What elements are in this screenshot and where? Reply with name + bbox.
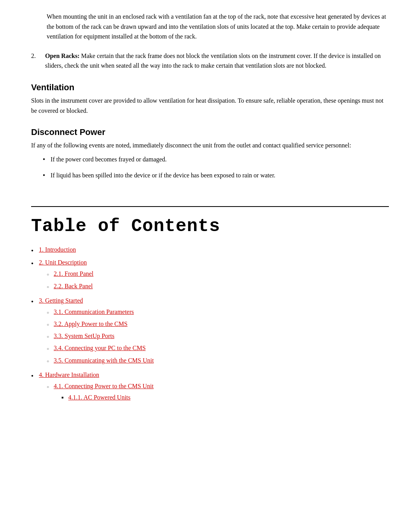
sub-bullet-icon: ○ — [47, 345, 49, 352]
toc-sub-list-2: ○2.1. Front Panel○2.2. Back Panel — [39, 268, 93, 293]
toc-title: Table of Contents — [31, 216, 389, 236]
toc-sub-list-3: ○3.1. Communication Parameters○3.2. Appl… — [39, 307, 154, 367]
sub-bullet-icon: ○ — [47, 309, 49, 316]
intro-paragraph: When mounting the unit in an enclosed ra… — [31, 12, 389, 42]
toc-bullet-4: ● — [31, 372, 33, 379]
toc-sub-link-3-3[interactable]: 3.3. System SetUp Ports — [54, 331, 114, 341]
toc-sub-item-3-2: ○3.2. Apply Power to the CMS — [47, 319, 154, 329]
disconnect-bullets: If the power cord becomes frayed or dama… — [31, 154, 389, 180]
toc-item-4: ●4. Hardware Installation○4.1. Connectin… — [31, 370, 389, 406]
sub-bullet-icon: ○ — [47, 284, 49, 290]
disconnect-power-body: If any of the following events are noted… — [31, 140, 389, 151]
sub-sub-bullet-icon: ■ — [61, 395, 63, 401]
toc-sub-link-3-5[interactable]: 3.5. Communicating with the CMS Unit — [54, 355, 154, 366]
numbered-item-open-racks: 2. Open Racks: Make certain that the rac… — [31, 51, 389, 71]
ventilation-body: Slots in the instrument cover are provid… — [31, 96, 389, 116]
toc-sub-sub-link[interactable]: 4.1.1. AC Powered Units — [68, 392, 131, 403]
toc-sub-link-3-2[interactable]: 3.2. Apply Power to the CMS — [54, 319, 128, 329]
bullet-text-1: If the power cord becomes frayed or dama… — [51, 154, 167, 165]
disconnect-bullet-1: If the power cord becomes frayed or dama… — [43, 154, 389, 165]
toc-sub-sub-item: ■4.1.1. AC Powered Units — [61, 392, 154, 403]
item-content: Open Racks: Make certain that the rack f… — [45, 51, 389, 71]
toc-sub-item-3-4: ○3.4. Connecting your PC to the CMS — [47, 343, 154, 353]
disconnect-bullet-2: If liquid has been spilled into the devi… — [43, 170, 389, 180]
disconnect-power-heading: Disconnect Power — [31, 127, 389, 137]
toc-item-2: ●2. Unit Description○2.1. Front Panel○2.… — [31, 257, 389, 293]
toc-sub-item-3-1: ○3.1. Communication Parameters — [47, 307, 154, 317]
toc-link-4[interactable]: 4. Hardware Installation — [39, 370, 154, 380]
item-bold-label: Open Racks: — [45, 53, 79, 59]
sub-bullet-icon: ○ — [47, 358, 49, 364]
page: When mounting the unit in an enclosed ra… — [0, 0, 420, 424]
toc-link-3[interactable]: 3. Getting Started — [39, 295, 154, 306]
toc-sub-link-2-2[interactable]: 2.2. Back Panel — [54, 281, 93, 291]
toc-list: ●1. Introduction●2. Unit Description○2.1… — [31, 244, 389, 406]
toc-sub-sub-list: ■4.1.1. AC Powered Units — [54, 392, 154, 404]
toc-sub-item-2-2: ○2.2. Back Panel — [47, 281, 93, 291]
toc-sub-link-3-4[interactable]: 3.4. Connecting your PC to the CMS — [54, 343, 145, 353]
sub-bullet-icon: ○ — [47, 384, 49, 390]
item-number: 2. — [31, 51, 45, 71]
toc-section: Table of Contents ●1. Introduction●2. Un… — [31, 207, 389, 406]
toc-sub-link-4-1[interactable]: 4.1. Connecting Power to the CMS Unit — [54, 381, 154, 391]
item-text: Make certain that the rack frame does no… — [45, 53, 381, 69]
toc-bullet-3: ● — [31, 298, 33, 305]
toc-bullet-2: ● — [31, 260, 33, 266]
toc-sub-list-4: ○4.1. Connecting Power to the CMS Unit■4… — [39, 381, 154, 406]
toc-sub-item-4-1: ○4.1. Connecting Power to the CMS Unit■4… — [47, 381, 154, 404]
toc-sub-item-2-1: ○2.1. Front Panel — [47, 268, 93, 279]
toc-bullet-1: ● — [31, 247, 33, 254]
sub-bullet-icon: ○ — [47, 321, 49, 328]
sub-bullet-icon: ○ — [47, 333, 49, 340]
toc-item-3: ●3. Getting Started○3.1. Communication P… — [31, 295, 389, 367]
ventilation-heading: Ventilation — [31, 82, 389, 93]
bullet-text-2: If liquid has been spilled into the devi… — [51, 170, 275, 180]
upper-section: When mounting the unit in an enclosed ra… — [31, 12, 389, 194]
toc-sub-link-2-1[interactable]: 2.1. Front Panel — [54, 268, 93, 279]
toc-item-1: ●1. Introduction — [31, 244, 389, 255]
sub-bullet-icon: ○ — [47, 271, 49, 278]
toc-link-1[interactable]: 1. Introduction — [39, 244, 76, 255]
toc-link-2[interactable]: 2. Unit Description — [39, 257, 93, 268]
toc-sub-item-3-3: ○3.3. System SetUp Ports — [47, 331, 154, 341]
toc-sub-link-3-1[interactable]: 3.1. Communication Parameters — [54, 307, 134, 317]
toc-sub-item-3-5: ○3.5. Communicating with the CMS Unit — [47, 355, 154, 366]
